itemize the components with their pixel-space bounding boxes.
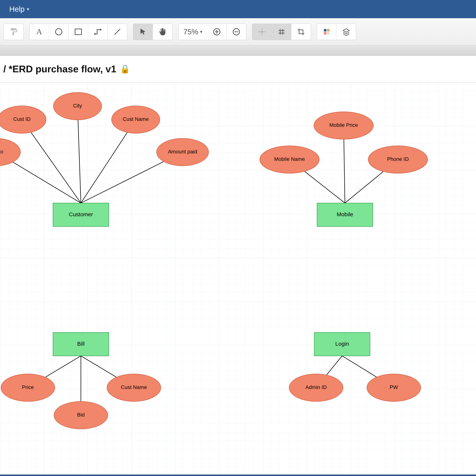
pan-tool-button[interactable] (153, 24, 172, 40)
erd-attribute-label: Cust Name (123, 116, 149, 122)
svg-point-1 (56, 29, 62, 35)
chevron-down-icon: ▾ (200, 29, 202, 34)
toolbar-group-paint (4, 24, 23, 40)
ruler-bar (0, 46, 476, 56)
erd-attribute-label: Amount paid (168, 149, 197, 154)
erd-entity-label: Mobile (337, 211, 353, 217)
connector-tool-button[interactable] (88, 24, 108, 40)
svg-text:A: A (36, 28, 42, 36)
select-tool-button[interactable] (133, 24, 153, 40)
snap-grid-button[interactable] (272, 24, 291, 40)
erd-attribute-label: Cust Name (121, 384, 147, 390)
ellipse-tool-button[interactable] (49, 24, 68, 40)
svg-line-5 (115, 29, 120, 35)
diagram-layer[interactable]: ne NoCust IDCityCust NameAmount paidCust… (0, 82, 476, 476)
erd-entity-label: Login (335, 341, 349, 347)
svg-rect-3 (94, 33, 96, 35)
toolbar-group-snap (252, 24, 311, 40)
crop-button[interactable] (291, 24, 311, 40)
rectangle-tool-button[interactable] (68, 24, 88, 40)
layers-button[interactable] (337, 24, 356, 40)
erd-attribute-label: Price (22, 384, 34, 390)
erd-attribute-label: Phone ID (387, 156, 409, 162)
erd-attribute-label: Mobile Name (274, 156, 305, 162)
canvas-container: ne NoCust IDCityCust NameAmount paidCust… (0, 82, 476, 476)
svg-rect-2 (75, 29, 82, 35)
svg-rect-16 (327, 32, 329, 34)
format-painter-button[interactable] (4, 24, 23, 40)
text-tool-button[interactable]: A (30, 24, 49, 40)
menubar: Help ▾ (0, 0, 476, 18)
svg-rect-13 (324, 29, 326, 32)
erd-attribute-label: Mobile Price (329, 122, 358, 128)
chevron-down-icon: ▾ (27, 6, 29, 12)
status-bar (0, 475, 476, 476)
erd-attribute-label: City (73, 103, 82, 109)
theme-colors-button[interactable] (317, 24, 337, 40)
zoom-level-dropdown[interactable]: 75% ▾ (178, 28, 207, 36)
document-title-bar: / *ERD purchase flow, v1 🔒 (0, 56, 476, 82)
erd-attribute-label: Cust ID (13, 116, 31, 122)
zoom-in-button[interactable] (207, 24, 227, 40)
menu-help[interactable]: Help ▾ (4, 5, 35, 13)
erd-entity-label: Customer (69, 211, 93, 217)
svg-rect-4 (100, 29, 102, 31)
toolbar-group-cursor (133, 24, 172, 40)
toolbar: A 75% ▾ (0, 18, 476, 46)
menu-help-label: Help (9, 5, 25, 13)
toolbar-group-shapes: A (29, 24, 127, 40)
erd-attribute-label: PW (390, 384, 398, 390)
erd-attribute-label: ne No (0, 149, 3, 154)
document-title[interactable]: *ERD purchase flow, v1 (9, 63, 116, 75)
zoom-level-label: 75% (183, 28, 198, 36)
toolbar-group-view (317, 24, 356, 40)
erd-attribute-label: Admin ID (305, 384, 327, 390)
lock-icon[interactable]: 🔒 (120, 64, 130, 74)
zoom-out-button[interactable] (227, 24, 246, 40)
breadcrumb-separator: / (3, 63, 6, 75)
svg-rect-15 (324, 32, 326, 34)
svg-rect-14 (327, 29, 329, 32)
toolbar-group-zoom: 75% ▾ (178, 24, 246, 40)
erd-edge[interactable] (78, 106, 81, 203)
erd-attribute-label: Bid (77, 412, 85, 418)
line-tool-button[interactable] (108, 24, 127, 40)
snap-guides-button[interactable] (252, 24, 272, 40)
erd-entity-label: Bill (77, 341, 85, 347)
